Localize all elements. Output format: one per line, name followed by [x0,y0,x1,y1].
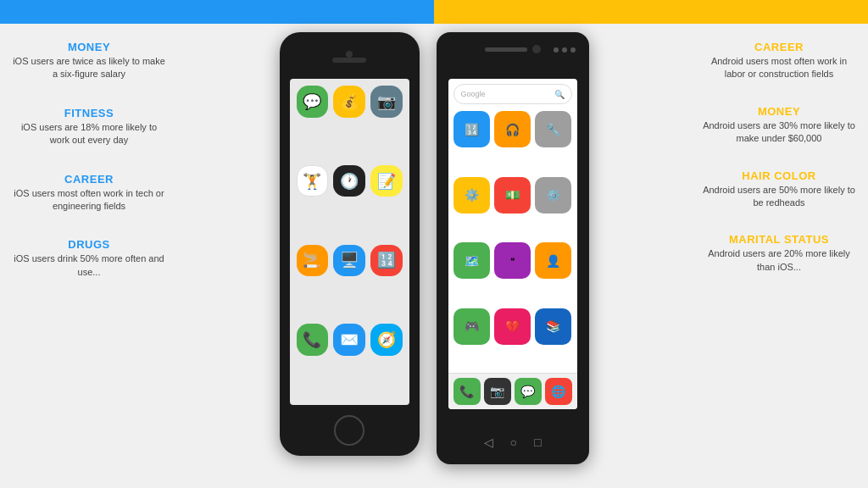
android-hair-title: HAIR COLOR [703,169,855,182]
android-camera-area [485,45,541,53]
android-dock-camera[interactable]: 📷 [484,378,511,405]
android-dot-3 [570,47,576,53]
ios-career-title: CAREER [13,173,165,186]
top-bar-ios [0,0,434,24]
android-app-money[interactable]: 💵 [494,177,531,214]
ios-info-column: MONEY iOS users are twice as likely to m… [0,24,178,488]
android-back-btn[interactable]: ◁ [484,435,493,449]
android-search-bar[interactable]: Google 🔍 [453,84,572,104]
ios-drugs-block: DRUGS iOS users drink 50% more often and… [13,238,165,279]
android-dot-1 [554,47,559,53]
android-app-music[interactable]: 🎧 [494,111,531,147]
android-app-calculator[interactable]: 🔢 [453,111,490,147]
android-marital-block: MARITAL STATUS Android users are 20% mor… [703,233,855,274]
app-phone[interactable]: 📞 [297,324,329,356]
android-app-settings2[interactable]: ⚙️ [453,177,490,214]
android-search-label: Google [461,90,486,98]
android-apps-grid: 🔢 🎧 🔧 ⚙️ 💵 ⚙️ 🗺️ ❝ 👤 🎮 💔 📚 [448,108,577,373]
android-money-block: MONEY Android users are 30% more likely … [703,105,855,146]
ios-money-title: MONEY [13,41,165,53]
app-fitness[interactable]: 🏋️ [297,165,329,197]
android-dot-2 [562,47,567,53]
app-money[interactable]: 💰 [333,86,365,118]
android-dock-phone[interactable]: 📞 [453,378,481,405]
iphone-device: 💬 💰 📷 🏋️ 🕐 📝 🚬 🖥️ 🔢 📞 ✉️ 🧭 [280,32,420,456]
android-dock-chrome[interactable]: 🌐 [545,378,572,405]
android-app-games[interactable]: 🎮 [453,308,490,345]
ios-career-desc: iOS users most often work in tech or eng… [13,187,165,214]
android-career-block: CAREER Android users most often work in … [703,41,855,81]
android-app-avatar[interactable]: 👤 [535,242,571,279]
android-speaker [485,47,527,52]
ios-fitness-title: FITNESS [13,107,165,119]
app-notes[interactable]: 📝 [370,165,403,197]
android-marital-desc: Android users are 20% more likely than i… [703,247,855,274]
android-hair-block: HAIR COLOR Android users are 50% more li… [703,169,855,210]
ios-fitness-desc: iOS users are 18% more likely to work ou… [13,121,165,147]
android-marital-title: MARITAL STATUS [703,233,855,246]
app-clock[interactable]: 🕐 [333,165,365,197]
android-home-btn[interactable]: ○ [510,435,517,449]
android-career-desc: Android users most often work in labor o… [703,55,855,81]
ios-money-block: MONEY iOS users are twice as likely to m… [13,41,165,81]
android-money-desc: Android users are 30% more likely to mak… [703,119,855,146]
android-money-title: MONEY [703,105,855,118]
main-content: MONEY iOS users are twice as likely to m… [0,24,868,488]
app-safari[interactable]: 🧭 [370,324,403,356]
app-calculator[interactable]: 🔢 [370,245,403,277]
ios-money-desc: iOS users are twice as likely to make a … [13,55,165,81]
android-info-column: CAREER Android users most often work in … [690,24,868,488]
ios-fitness-block: FITNESS iOS users are 18% more likely to… [13,107,165,147]
iphone-speaker [332,58,366,63]
android-dock-messages[interactable]: 💬 [515,378,542,405]
android-recents-btn[interactable]: □ [534,435,541,449]
top-bar-android [434,0,868,24]
search-icon: 🔍 [554,90,565,99]
iphone-home-button[interactable] [334,415,364,446]
android-camera [532,45,541,53]
iphone-screen: 💬 💰 📷 🏋️ 🕐 📝 🚬 🖥️ 🔢 📞 ✉️ 🧭 [290,79,409,405]
app-camera[interactable]: 📷 [370,86,403,118]
android-hair-desc: Android users are 50% more likely to be … [703,184,855,210]
ios-drugs-desc: iOS users drink 50% more often and use..… [13,252,165,279]
android-indicator-dots [554,47,576,53]
android-app-maps[interactable]: 🗺️ [453,242,490,279]
android-app-tools[interactable]: 🔧 [535,111,571,147]
ios-drugs-title: DRUGS [13,238,165,251]
app-mail[interactable]: ✉️ [333,324,365,356]
phones-area: 💬 💰 📷 🏋️ 🕐 📝 🚬 🖥️ 🔢 📞 ✉️ 🧭 [178,24,690,488]
app-drugs[interactable]: 🚬 [297,245,329,277]
top-bar [0,0,868,24]
android-screen: Google 🔍 🔢 🎧 🔧 ⚙️ 💵 ⚙️ 🗺️ ❝ 👤 🎮 💔 📚 [448,79,577,409]
ios-career-block: CAREER iOS users most often work in tech… [13,173,165,214]
android-app-settings[interactable]: ⚙️ [535,177,571,214]
android-app-quotes[interactable]: ❝ [494,242,531,279]
android-device: Google 🔍 🔢 🎧 🔧 ⚙️ 💵 ⚙️ 🗺️ ❝ 👤 🎮 💔 📚 [437,32,589,464]
app-messages[interactable]: 💬 [297,86,329,118]
android-app-dating[interactable]: 💔 [494,308,531,345]
android-app-books[interactable]: 📚 [535,308,571,345]
android-nav-bar: ◁ ○ □ [484,435,542,449]
app-desktop[interactable]: 🖥️ [333,245,365,277]
android-career-title: CAREER [703,41,855,53]
android-dock: 📞 📷 💬 🌐 [448,373,577,409]
